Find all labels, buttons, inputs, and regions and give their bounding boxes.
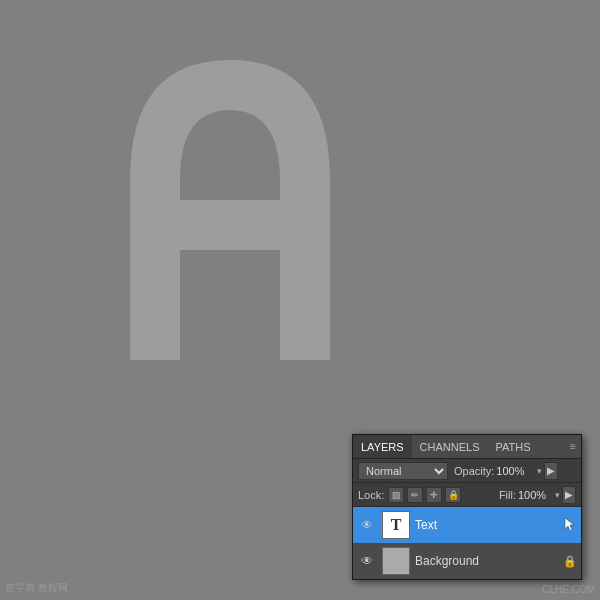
fill-value: 100% (518, 489, 554, 501)
layer-lock-background: 🔒 (563, 555, 577, 568)
opacity-value: 100% (496, 465, 536, 477)
lock-label: Lock: (358, 489, 384, 501)
layer-row-text[interactable]: 👁 T Text (353, 507, 581, 543)
canvas: LAYERS CHANNELS PATHS ≡ Normal Multiply … (0, 0, 600, 600)
panel-menu-icon[interactable]: ≡ (565, 435, 581, 458)
lock-transparent-btn[interactable]: ▨ (388, 487, 404, 503)
tab-paths[interactable]: PATHS (488, 435, 539, 458)
blend-mode-row: Normal Multiply Screen Opacity: 100% ▾ ▶ (353, 459, 581, 483)
blend-mode-select[interactable]: Normal Multiply Screen (358, 462, 448, 480)
opacity-label: Opacity: (454, 465, 494, 477)
layers-panel: LAYERS CHANNELS PATHS ≡ Normal Multiply … (352, 434, 582, 580)
opacity-increment-btn[interactable]: ▶ (544, 462, 558, 480)
panel-tabs: LAYERS CHANNELS PATHS ≡ (353, 435, 581, 459)
layer-name-text: Text (415, 518, 561, 532)
fill-label: Fill: (499, 489, 516, 501)
layer-thumbnail-background (382, 547, 410, 575)
watermark-left: 查字典 教程网 (5, 581, 68, 595)
tab-layers[interactable]: LAYERS (353, 435, 412, 458)
layer-name-background: Background (415, 554, 559, 568)
fill-dropdown-arrow[interactable]: ▾ (555, 490, 560, 500)
layer-visibility-text[interactable]: 👁 (357, 515, 377, 535)
lock-icons: ▨ ✏ ✛ 🔒 (388, 487, 461, 503)
lock-image-btn[interactable]: ✏ (407, 487, 423, 503)
lock-row: Lock: ▨ ✏ ✛ 🔒 Fill: 100% ▾ ▶ (353, 483, 581, 507)
letter-a-shape (120, 50, 340, 360)
tab-channels[interactable]: CHANNELS (412, 435, 488, 458)
watermark-right: CLHE.COM (542, 584, 595, 595)
layers-list: 👁 T Text 👁 Background 🔒 (353, 507, 581, 579)
layer-thumbnail-text: T (382, 511, 410, 539)
cursor-icon (563, 517, 577, 533)
layer-row-background[interactable]: 👁 Background 🔒 (353, 543, 581, 579)
lock-all-btn[interactable]: 🔒 (445, 487, 461, 503)
fill-increment-btn[interactable]: ▶ (562, 486, 576, 504)
opacity-dropdown-arrow[interactable]: ▾ (537, 466, 542, 476)
lock-position-btn[interactable]: ✛ (426, 487, 442, 503)
layer-visibility-background[interactable]: 👁 (357, 551, 377, 571)
